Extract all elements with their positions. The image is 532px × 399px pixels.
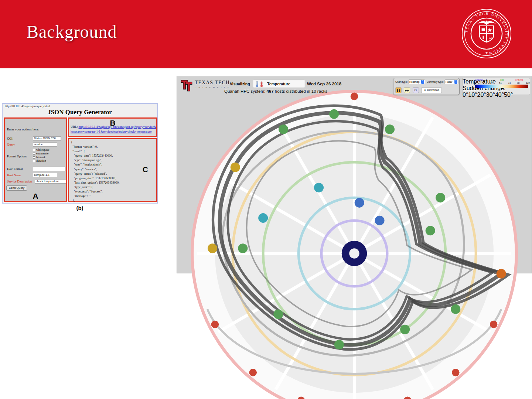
summary-type-label: Summary type: (427, 81, 444, 83)
query-label: Query (7, 142, 15, 147)
send-query-button[interactable]: Send Query (6, 185, 27, 191)
stepper-icon: ⇕ (454, 80, 457, 84)
checkbox-label: bitmask (36, 156, 45, 159)
legend-tick: 74 (508, 82, 511, 84)
page-title: JSON Query Generator (3, 109, 157, 116)
fast-forward-button[interactable]: ▶▶ (404, 87, 410, 93)
sudden-tick: 30° (486, 92, 495, 98)
section-a-letter: A (5, 192, 66, 201)
form-intro: Enter your options here. (7, 127, 39, 131)
seal-book-icon (482, 28, 485, 31)
controls-panel: Chart type: ⇕Heatmap Summary type: ⇕Rada… (393, 78, 460, 95)
checkbox[interactable] (33, 156, 35, 158)
temperature-gradient-bar (475, 85, 528, 88)
date-format-input[interactable] (33, 167, 65, 171)
visualizing-label: Visualizing (230, 82, 250, 86)
brand-line1: TEXAS TECH (195, 80, 231, 86)
slide-title: Background (27, 21, 117, 42)
summary-type-select[interactable]: ⇕Radar (444, 79, 458, 84)
system-subtitle: Quanah HPC system: 467 hosts distributed… (224, 89, 327, 93)
host-count: 467 (266, 89, 273, 93)
legend-tick: 51 (499, 82, 502, 84)
checkbox-label: whitespace (36, 148, 50, 151)
json-query-window: http://10.10.1.4/nagios/jsonquery.html J… (2, 103, 158, 204)
metric-label: Temperature (267, 82, 290, 86)
legend-tick: 3 (482, 82, 484, 84)
download-icon: ⬇ (424, 88, 426, 92)
section-c-letter: C (143, 165, 148, 174)
legend-critical-low: Critical (475, 79, 483, 81)
download-label: Download (427, 88, 439, 92)
brand-line2: U N I V E R S I T Y. (195, 86, 231, 89)
form-section-a: Enter your options here. CGI: Status JSO… (4, 117, 67, 202)
legend-tick: 98 (517, 82, 519, 84)
checkbox-label: duration (36, 159, 46, 163)
radar-summary-panel: 12:5913:1513:3113:4714:0214:18 Latest up… (177, 76, 532, 399)
figure-caption: (b) (2, 205, 158, 211)
chart-type-select[interactable]: ⇕Heatmap (408, 79, 425, 84)
seal-key-icon (482, 36, 484, 39)
dashboard-date: Wed Sep 26 2018 (307, 82, 341, 86)
generated-url: URL: http://10.10.1.4/nagios/cgi-bin/sta… (71, 125, 156, 134)
url-prefix: URL: (71, 125, 79, 129)
host-name-input[interactable]: compute-1-1 (33, 173, 57, 177)
checkbox[interactable] (33, 149, 35, 151)
thermometer-icons (255, 81, 265, 88)
date-format-label: Date Format (7, 167, 23, 171)
legend-panel: Critical OK Critical -21327517498122 Tem… (462, 78, 530, 95)
query-input[interactable]: service (33, 142, 57, 147)
chart-type-label: Chart type: (395, 81, 407, 83)
cgi-select[interactable]: Status JSON CGI (33, 136, 61, 141)
pause-button[interactable]: ❚❚ (395, 87, 402, 93)
legend-tick: 27 (490, 82, 493, 84)
radar-row: 12:5913:1513:3113:4714:0214:18 (177, 76, 532, 399)
checkbox[interactable] (33, 160, 35, 162)
service-desc-label: Service Description (7, 179, 32, 184)
format-option: duration (33, 159, 50, 163)
texas-tech-doublet-logo (180, 78, 193, 92)
refresh-button[interactable]: ⟳ (413, 87, 419, 93)
sudden-tick: 40° (495, 92, 504, 98)
brand-block: TEXAS TECH U N I V E R S I T Y. (195, 80, 231, 89)
radar-chart: 12:59 (177, 76, 532, 399)
legend-tick: 122 (526, 82, 530, 84)
checkbox[interactable] (33, 153, 35, 155)
legend-ticks: -21327517498122 (473, 82, 530, 84)
sudden-tick: 20° (477, 92, 486, 98)
query-url-link[interactable]: http://10.10.1.4/nagios/cgi-bin/statusjs… (71, 125, 156, 133)
result-section-c: { "format_version": 0, "result": { "quer… (68, 138, 157, 202)
format-option: bitmask (33, 156, 50, 159)
browser-url: http://10.10.1.4/nagios/jsonquery.html (5, 105, 50, 108)
legend-ok: OK (500, 79, 504, 81)
slide-header-band: Background TEXAS TECH UNIVERSITY SYSTEM … (0, 0, 532, 68)
legend-critical-high: Critical (515, 79, 523, 81)
sudden-change-ticks: 0°10°20°30°40°50° (463, 92, 530, 98)
metric-switch[interactable]: Temperature (253, 79, 305, 88)
format-options-label: Format Options (7, 154, 27, 158)
seal-star-glyph: ★ (485, 51, 488, 55)
subtitle-prefix: Quanah HPC system: (224, 89, 266, 93)
host-name-label: Host Name (7, 173, 21, 177)
format-option: enumerate (33, 152, 50, 156)
service-desc-input[interactable]: check temperature (35, 179, 66, 184)
url-section-b: B URL: http://10.10.1.4/nagios/cgi-bin/s… (68, 117, 157, 137)
sudden-tick: 50° (504, 92, 513, 98)
checkbox-label: enumerate (36, 152, 48, 155)
stepper-icon: ⇕ (421, 80, 424, 84)
cgi-label: CGI: (7, 136, 13, 141)
ttu-system-seal: TEXAS TECH UNIVERSITY SYSTEM ★ (461, 8, 512, 59)
legend-tick: -21 (473, 82, 476, 84)
format-option: whitespace (33, 148, 50, 152)
format-options-list: whitespaceenumeratebitmaskduration (33, 148, 50, 163)
sudden-tick: 0° (463, 92, 468, 98)
download-button[interactable]: ⬇ Download (421, 87, 442, 93)
hpc-dashboard: TEXAS TECH U N I V E R S I T Y. Visualiz… (177, 76, 532, 273)
subtitle-suffix: hosts distributed in 10 racks (274, 89, 328, 93)
sudden-tick: 10° (468, 92, 477, 98)
json-output: { "format_version": 0, "result": { "quer… (71, 140, 145, 203)
